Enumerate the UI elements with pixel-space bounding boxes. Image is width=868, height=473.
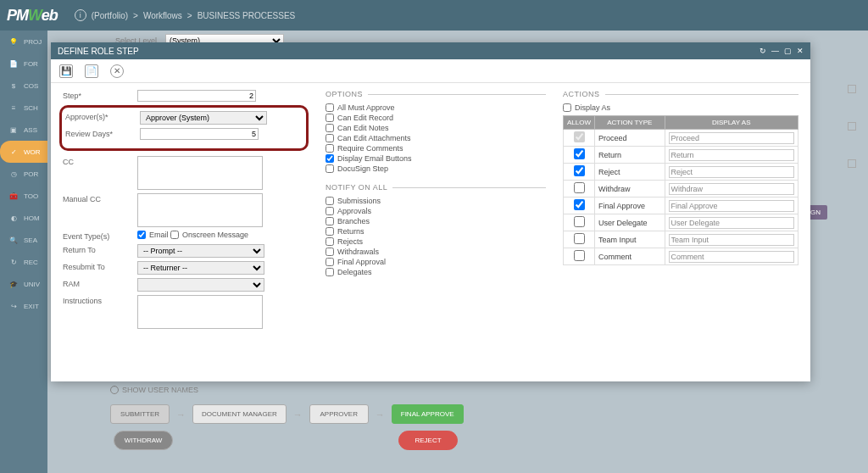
- option-checkbox[interactable]: [326, 164, 334, 173]
- close-icon[interactable]: ✕: [797, 47, 804, 55]
- approvers-select[interactable]: Approver (System): [140, 111, 267, 125]
- sidebar-item-sea[interactable]: 🔍SEA: [0, 229, 47, 251]
- display-as-input[interactable]: [669, 217, 794, 229]
- display-as-input[interactable]: [669, 183, 794, 195]
- option-can-edit-record[interactable]: Can Edit Record: [326, 114, 546, 122]
- option-docusign-step[interactable]: DocuSign Step: [326, 164, 546, 173]
- notify-checkbox[interactable]: [326, 237, 334, 246]
- sidebar-item-hom[interactable]: ◐HOM: [0, 207, 47, 229]
- allow-checkbox[interactable]: [574, 148, 585, 159]
- cancel-icon[interactable]: ✕: [110, 64, 124, 78]
- allow-checkbox[interactable]: [574, 182, 585, 193]
- event-onscreen-checkbox[interactable]: [170, 231, 179, 239]
- allow-checkbox[interactable]: [574, 165, 585, 176]
- step-input[interactable]: [137, 90, 256, 102]
- action-row-user-delegate: User Delegate: [564, 214, 798, 231]
- sidebar-item-cos[interactable]: $COS: [0, 75, 47, 97]
- logo-pm: PM: [7, 7, 28, 24]
- action-row-return: Return: [564, 147, 798, 164]
- event-email-checkbox[interactable]: [137, 231, 146, 239]
- wf-reject[interactable]: REJECT: [398, 431, 458, 450]
- breadcrumb-l1[interactable]: Workflows: [143, 11, 182, 20]
- action-row-proceed: Proceed: [564, 130, 798, 147]
- notify-branches[interactable]: Branches: [326, 217, 546, 225]
- display-as-input[interactable]: [669, 234, 794, 246]
- allow-checkbox[interactable]: [574, 216, 585, 227]
- allow-checkbox[interactable]: [574, 233, 585, 244]
- wf-docmgr[interactable]: DOCUMENT MANAGER: [192, 404, 287, 424]
- sidebar-item-exit[interactable]: ↪EXIT: [0, 295, 47, 317]
- display-as-input[interactable]: [669, 200, 794, 212]
- sidebar-item-ass[interactable]: ▣ASS: [0, 119, 47, 141]
- notify-checkbox[interactable]: [326, 258, 334, 266]
- option-checkbox[interactable]: [326, 103, 334, 112]
- cc-textarea[interactable]: [137, 156, 263, 190]
- notify-final-approval[interactable]: Final Approval: [326, 258, 546, 266]
- sidebar-item-proj[interactable]: 💡PROJ: [0, 31, 47, 53]
- display-as-input[interactable]: [669, 149, 794, 161]
- option-can-edit-notes[interactable]: Can Edit Notes: [326, 124, 546, 132]
- show-user-names-radio[interactable]: [110, 386, 119, 394]
- option-checkbox[interactable]: [326, 114, 334, 122]
- display-as-toggle[interactable]: [563, 103, 571, 112]
- notify-delegates[interactable]: Delegates: [326, 268, 546, 276]
- notify-approvals[interactable]: Approvals: [326, 207, 546, 215]
- notify-submissions[interactable]: Submissions: [326, 197, 546, 205]
- display-as-input[interactable]: [669, 251, 794, 263]
- allow-checkbox[interactable]: [574, 131, 585, 142]
- notify-checkbox[interactable]: [326, 248, 334, 256]
- manual-cc-textarea[interactable]: [137, 193, 263, 227]
- option-checkbox[interactable]: [326, 154, 334, 163]
- option-checkbox[interactable]: [326, 124, 334, 132]
- review-days-input[interactable]: [140, 128, 259, 140]
- wf-submitter[interactable]: SUBMITTER: [110, 404, 170, 424]
- allow-checkbox[interactable]: [574, 250, 585, 261]
- notify-checkbox[interactable]: [326, 227, 334, 236]
- wf-approver[interactable]: APPROVER: [309, 404, 369, 424]
- breadcrumb-root[interactable]: (Portfolio): [92, 11, 128, 20]
- options-title: OPTIONS: [326, 90, 546, 98]
- notify-rejects[interactable]: Rejects: [326, 237, 546, 246]
- sidebar-icon: ↪: [8, 303, 19, 310]
- allow-checkbox[interactable]: [574, 199, 585, 210]
- save-icon[interactable]: 💾: [59, 64, 73, 78]
- display-as-input[interactable]: [669, 132, 794, 144]
- minimize-icon[interactable]: —: [771, 47, 779, 55]
- sidebar-item-too[interactable]: 🧰TOO: [0, 185, 47, 207]
- save-new-icon[interactable]: 📄: [85, 64, 98, 78]
- notify-checkbox[interactable]: [326, 207, 334, 215]
- form-right-column: ACTIONS Display As ALLOW ACTION TYPE DIS…: [563, 90, 798, 332]
- sidebar-item-wor[interactable]: ✓WOR: [0, 141, 47, 163]
- ram-select[interactable]: [137, 278, 264, 292]
- maximize-icon[interactable]: ▢: [784, 47, 792, 55]
- resubmit-to-select[interactable]: -- Returner --: [137, 261, 264, 275]
- wf-withdraw[interactable]: WITHDRAW: [114, 431, 173, 450]
- arrow-icon: →: [176, 409, 186, 420]
- return-to-select[interactable]: -- Prompt --: [137, 244, 264, 258]
- wf-final-approve[interactable]: FINAL APPROVE: [392, 404, 464, 424]
- sidebar-item-for[interactable]: 📄FOR: [0, 53, 47, 75]
- option-checkbox[interactable]: [326, 144, 334, 153]
- notify-checkbox[interactable]: [326, 268, 334, 276]
- sidebar-item-sch[interactable]: ≡SCH: [0, 97, 47, 119]
- sidebar-item-por[interactable]: ◷POR: [0, 163, 47, 185]
- notify-checkbox[interactable]: [326, 217, 334, 225]
- display-as-input[interactable]: [669, 166, 794, 178]
- info-icon[interactable]: i: [75, 9, 86, 21]
- action-row-reject: Reject: [564, 164, 798, 181]
- notify-withdrawals[interactable]: Withdrawals: [326, 248, 546, 256]
- sidebar-item-rec[interactable]: ↻REC: [0, 251, 47, 273]
- option-checkbox[interactable]: [326, 134, 334, 142]
- option-all-must-approve[interactable]: All Must Approve: [326, 103, 546, 112]
- option-can-edit-attachments[interactable]: Can Edit Attachments: [326, 134, 546, 142]
- notify-returns[interactable]: Returns: [326, 227, 546, 236]
- action-row-team-input: Team Input: [564, 231, 798, 248]
- notify-checkbox[interactable]: [326, 197, 334, 205]
- option-require-comments[interactable]: Require Comments: [326, 144, 546, 153]
- option-display-email-buttons[interactable]: Display Email Buttons: [326, 154, 546, 163]
- instructions-textarea[interactable]: [137, 295, 263, 329]
- action-type-cell: Proceed: [595, 130, 665, 147]
- highlighted-fields: Approver(s)* Approver (System) Review Da…: [59, 105, 309, 151]
- sidebar-item-univ[interactable]: 🎓UNIV: [0, 273, 47, 295]
- refresh-icon[interactable]: ↻: [760, 47, 766, 55]
